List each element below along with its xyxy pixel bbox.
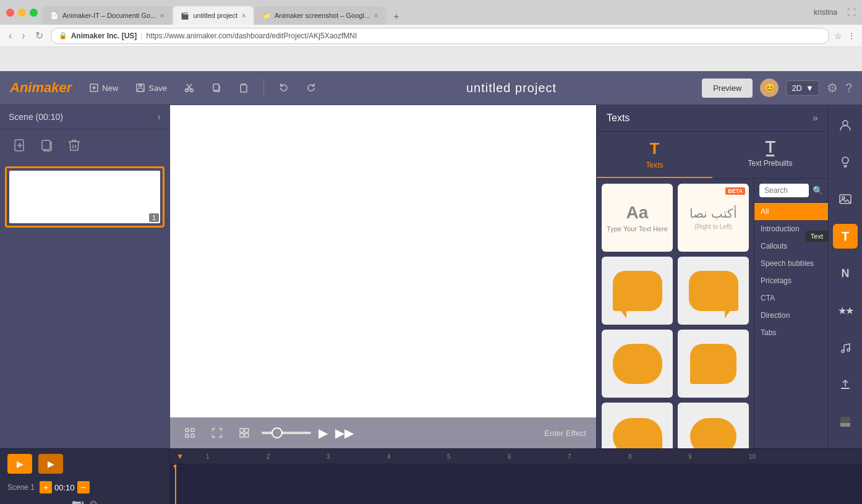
maximize-button[interactable] <box>30 9 38 17</box>
delete-scene-button[interactable] <box>63 134 85 156</box>
text-card-bubble-1[interactable] <box>602 257 673 325</box>
tabs-bar: 📄 Animaker-IT – Documenti Go... ✕ 🎬 unti… <box>43 0 809 25</box>
time-sub-button[interactable]: − <box>77 481 90 493</box>
text-card-rtl[interactable]: BETA أكتب نصا (Right to Left) <box>678 184 749 252</box>
filter-speech-bubbles[interactable]: Speech bubbles <box>754 255 828 272</box>
timeline-settings-icon[interactable]: ⚙ <box>89 498 98 504</box>
address-bar[interactable]: 🔒 Animaker Inc. [US] | https://www.anima… <box>51 28 829 44</box>
browser-tab-1[interactable]: 📄 Animaker-IT – Documenti Go... ✕ <box>43 6 172 25</box>
text-card-bubble-5[interactable] <box>602 403 673 448</box>
back-button[interactable]: ‹ <box>6 29 14 43</box>
template-icon <box>839 416 851 428</box>
prebuilts-tab-label: Text Prebuilts <box>748 159 792 168</box>
filter-cta[interactable]: CTA <box>754 289 828 307</box>
redo-button[interactable] <box>301 80 321 95</box>
fullscreen-button[interactable] <box>207 423 227 443</box>
timeline-body[interactable] <box>170 464 862 504</box>
browser-maximize-icon[interactable]: ⛶ <box>847 7 856 17</box>
text-card-bubble-3[interactable] <box>602 330 673 398</box>
tab-text-prebuilts[interactable]: T̲ Text Prebuilts <box>712 132 828 178</box>
preview-button[interactable]: Preview <box>702 79 753 98</box>
timeline-ruler: ▼ 1 2 3 4 5 6 7 8 9 10 <box>175 449 857 464</box>
template-tool-icon[interactable] <box>833 409 858 434</box>
add-scene-button[interactable] <box>9 134 31 156</box>
ruler-mark-7: 7 <box>568 453 571 460</box>
scene-item-1[interactable]: 1 <box>5 166 164 228</box>
effects-tool-icon[interactable]: ★★ <box>833 298 858 323</box>
filter-direction[interactable]: Direction <box>754 307 828 324</box>
toolbar: Animaker New Save untitled project Previ… <box>0 71 862 105</box>
help-button[interactable]: ? <box>845 81 852 95</box>
undo-button[interactable] <box>274 80 294 95</box>
tab-close-3[interactable]: ✕ <box>373 12 378 19</box>
tab-close-1[interactable]: ✕ <box>160 12 164 19</box>
panel-expand-icon[interactable]: » <box>813 113 818 124</box>
search-icon[interactable]: 🔍 <box>813 186 823 195</box>
mode-select[interactable]: 2D ▼ <box>786 80 819 96</box>
svg-rect-16 <box>186 429 189 432</box>
minimize-button[interactable] <box>18 9 26 17</box>
canvas[interactable] <box>170 105 596 417</box>
texts-tabs: T Texts T̲ Text Prebuilts <box>597 132 828 179</box>
timeline-play-button[interactable]: ▶ <box>7 454 32 474</box>
browser-nav: ‹ › ↻ 🔒 Animaker Inc. [US] | https://www… <box>0 25 862 47</box>
props-tool-icon[interactable] <box>833 150 858 174</box>
filter-tabs[interactable]: Tabs <box>754 324 828 341</box>
notion-tool-icon[interactable]: N <box>833 261 858 286</box>
bookmark-icon[interactable]: ☆ <box>834 31 842 41</box>
new-button[interactable]: New <box>84 80 123 95</box>
new-tab-button[interactable]: + <box>387 9 406 25</box>
browser-menu-icon[interactable]: ⋮ <box>847 31 856 41</box>
text-card-bubble-6[interactable] <box>678 403 749 448</box>
browser-tab-3[interactable]: 📁 Animaker screenshot – Googl... ✕ <box>255 6 386 25</box>
timeline-play-all-button[interactable]: ▶ <box>38 454 63 474</box>
cut-button[interactable] <box>179 80 199 95</box>
text-card-bubble-4[interactable] <box>678 330 749 398</box>
save-button[interactable]: Save <box>130 80 172 95</box>
image-tool-icon <box>839 192 852 206</box>
grid-button[interactable] <box>234 423 254 443</box>
copy-button[interactable] <box>207 80 226 95</box>
project-title: untitled project <box>466 81 557 95</box>
paste-button[interactable] <box>234 80 254 95</box>
ruler-mark-9: 9 <box>688 453 692 460</box>
sidebar-collapse-button[interactable]: ‹ <box>158 111 161 122</box>
browser-tab-2[interactable]: 🎬 untitled project ✕ <box>173 6 254 25</box>
refresh-button[interactable]: ↻ <box>33 28 46 43</box>
filter-pricetags[interactable]: Pricetags <box>754 272 828 289</box>
forward-button[interactable]: › <box>19 29 27 43</box>
settings-button[interactable]: ⚙ <box>827 80 838 95</box>
brand-logo: Animaker <box>10 80 72 96</box>
text-card-bubble-2[interactable] <box>678 257 749 325</box>
far-right-panel: T Text N ★★ <box>828 105 862 448</box>
zoom-slider[interactable] <box>262 432 311 434</box>
tab-texts[interactable]: T Texts <box>597 132 712 178</box>
prebuilts-tab-icon: T̲ <box>766 139 775 156</box>
play-scene-button[interactable]: ▶ <box>318 425 328 440</box>
focus-button[interactable] <box>180 423 200 443</box>
music-tool-icon[interactable] <box>833 335 858 360</box>
speech-bubble-round <box>613 344 662 384</box>
scene-canvas <box>9 171 160 223</box>
filter-all[interactable]: All <box>754 203 828 220</box>
browser-chrome: 📄 Animaker-IT – Documenti Go... ✕ 🎬 unti… <box>0 0 862 71</box>
timeline-playhead[interactable] <box>175 464 176 504</box>
texts-grid: Aa Type Your Text Here BETA أكتب نصا (Ri… <box>597 179 754 448</box>
camera-icon[interactable]: 📷 <box>72 498 84 504</box>
timeline-track: ▼ 1 2 3 4 5 6 7 8 9 10 <box>170 449 862 504</box>
tab-label-1: Animaker-IT – Documenti Go... <box>62 12 156 19</box>
text-tool-button[interactable]: T <box>833 224 858 249</box>
upload-icon <box>839 378 851 391</box>
time-add-button[interactable]: + <box>40 481 52 493</box>
tab-close-2[interactable]: ✕ <box>241 12 246 19</box>
svg-rect-31 <box>841 388 850 389</box>
media-tool-icon[interactable] <box>833 187 858 211</box>
star-effects-icon: ★★ <box>838 305 853 317</box>
close-button[interactable] <box>6 9 14 17</box>
play-all-button[interactable]: ▶▶ <box>335 425 354 440</box>
search-input[interactable] <box>759 184 809 197</box>
duplicate-scene-button[interactable] <box>36 134 58 156</box>
text-card-type[interactable]: Aa Type Your Text Here <box>602 184 673 252</box>
upload-tool-icon[interactable] <box>833 372 858 397</box>
avatar-tool-icon[interactable] <box>833 113 858 137</box>
